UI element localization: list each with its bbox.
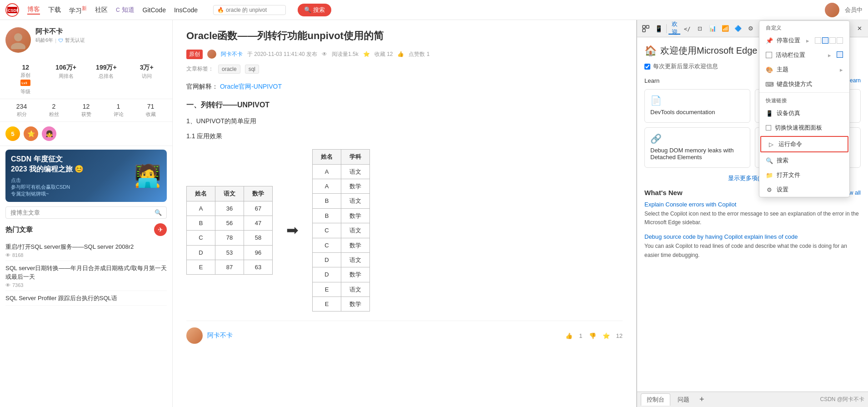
thumbdown-icon[interactable]: 👎 (589, 332, 596, 339)
list-item[interactable]: 重启/打开SQL server服务——SQL server 2008r2 👁81… (5, 240, 167, 261)
article-like-count: 点赞数 1 (409, 50, 429, 58)
svg-text:CSDN: CSDN (8, 8, 17, 13)
table-cell: 63 (244, 260, 273, 275)
list-item[interactable]: SQL Server Profiler 跟踪后台执行的SQL语 (5, 291, 167, 306)
dt-tab-issues[interactable]: 问题 (672, 394, 695, 406)
pin-icon: 📌 (766, 37, 773, 44)
nav-search-box: 🔥 (213, 5, 286, 15)
nav-download[interactable]: 下载 (48, 6, 61, 14)
table-cell: 58 (244, 231, 273, 245)
article-author-name[interactable]: 阿卡不卡 (221, 50, 243, 58)
search-ctx-icon: 🔍 (766, 157, 773, 164)
card-docs[interactable]: 📄 DevTools documentation (644, 89, 750, 123)
content-area: Oracle函数——列转行功能unpivot使用的简 原创 阿卡不卡 于 202… (173, 20, 636, 407)
source-table: 姓名 语文 数学 A3667B5647C7858D5396E8763 (186, 186, 273, 275)
table2-col-subject: 学科 (341, 150, 370, 164)
keyboard-icon: ⌨ (766, 80, 773, 88)
ctx-item-settings[interactable]: ⚙ 设置 (759, 182, 849, 197)
banner-title: CSDN 年度征文2023 我的编程之旅 😊 (11, 154, 134, 175)
dt-tab-console[interactable]: 控制台 (641, 393, 670, 406)
settings-ctx-icon: ⚙ (766, 186, 773, 193)
nav-learn[interactable]: 学习新 (69, 5, 87, 15)
search-article-box[interactable]: 🔍 (5, 206, 167, 219)
dt-device-icon[interactable]: 📱 (653, 23, 664, 35)
article-title: Oracle函数——列转行功能unpivot使用的简 (186, 29, 623, 43)
tag-oracle[interactable]: oracle (218, 65, 240, 74)
nav-inscode[interactable]: InsCode (174, 6, 198, 14)
brand-logo[interactable]: CSDN (5, 3, 19, 17)
author-footer-bar: 阿卡不卡 👍1 👎 ⭐12 (186, 321, 623, 344)
ctx-item-shortcuts[interactable]: ⌨ 键盘快捷方式 (759, 77, 849, 91)
ctx-customize-label: 自定义 (759, 21, 849, 33)
table-cell: 78 (215, 231, 244, 245)
ctx-item-activity-bar[interactable]: 活动栏位置 ▸ (759, 48, 849, 62)
dt-tab-welcome[interactable]: 欢迎 (668, 23, 680, 35)
nav-avatar[interactable] (825, 3, 839, 17)
search-article-icon[interactable]: 🔍 (155, 209, 162, 216)
nav-search-button[interactable]: 🔍 搜索 (298, 4, 331, 16)
search-article-input[interactable] (10, 209, 155, 216)
author-footer-name[interactable]: 阿卡不卡 (207, 332, 233, 340)
ctx-item-theme[interactable]: 🎨 主题 ▸ (759, 62, 849, 77)
ctx-shortcuts-label: 键盘快捷方式 (777, 80, 812, 88)
article-like-icon: 👍 (397, 51, 404, 57)
table-cell: D (187, 245, 215, 260)
ctx-item-search[interactable]: 🔍 搜索 (759, 153, 849, 168)
author-actions: 👍1 👎 ⭐12 (565, 332, 623, 339)
quickview-icon (766, 125, 771, 131)
ctx-quicklinks-label: 快速链接 (759, 94, 849, 106)
table-cell: C (187, 231, 215, 245)
dt-console-icon[interactable]: ⊡ (694, 23, 706, 35)
ctx-item-open-file[interactable]: 📁 打开文件 (759, 168, 849, 182)
ctx-search-label: 搜索 (777, 156, 788, 165)
ctx-theme-label: 主题 (777, 65, 788, 74)
original-badge: 原创 (186, 50, 203, 59)
result-table: 姓名 学科 A语文A数学B语文B数学C语文C数学D语文D数学E语文E数学 (312, 149, 370, 312)
ctx-activity-arrow: ▸ (828, 52, 831, 59)
stat-likes: 12 获赞 (70, 103, 102, 118)
dt-sep1 (666, 24, 667, 33)
ctx-item-quickview[interactable]: 切换快速视图面板 (759, 121, 849, 135)
context-menu[interactable]: 自定义 📌 停靠位置 ▸ 活动栏位置 ▸ 🎨 主题 ▸ ⌨ 键盘快捷方式 快速链… (759, 20, 850, 197)
ctx-quickview-label: 切换快速视图面板 (775, 124, 822, 132)
nav-gitcode[interactable]: GitCode (143, 6, 166, 14)
ctx-item-device[interactable]: 📱 设备仿真 (759, 106, 849, 121)
news-link-2[interactable]: Debug source code by having Copilot expl… (644, 233, 861, 240)
nav-community[interactable]: 社区 (95, 6, 108, 14)
section-title-1: 一、列转行——UNPIVOT (186, 99, 623, 112)
whats-new-label: What's New (644, 189, 683, 196)
sidebar-banner[interactable]: CSDN 年度征文2023 我的编程之旅 😊 点击参与即可有机会赢取CSDN专属… (5, 150, 167, 202)
dt-perf-icon[interactable]: 📶 (719, 23, 731, 35)
list-item[interactable]: SQL server日期转换——年月日合并成日期格式/取每月第一天或最后一天 👁… (5, 261, 167, 291)
show-welcome-checkbox[interactable] (644, 64, 650, 70)
stat-visits: 3万+ 访问 (126, 64, 167, 80)
dt-memory-icon[interactable]: 🔷 (732, 23, 744, 35)
nav-search-input[interactable] (226, 7, 280, 13)
dt-close-icon[interactable]: ✕ (853, 23, 865, 35)
dt-network-icon[interactable]: 📊 (707, 23, 718, 35)
profile-avatar (5, 27, 31, 53)
ctx-item-dock-position[interactable]: 📌 停靠位置 ▸ (759, 33, 849, 48)
card-debug-dom[interactable]: 🔗 Debug DOM memory leaks with Detached E… (644, 127, 750, 168)
main-layout: 阿卡不卡 码龄6年 | 🛡 暂无认证 12 原创 106万+ 周排名 199万+ (0, 20, 868, 407)
news-link-1[interactable]: Explain Console errors with Copilot (644, 201, 861, 208)
table-cell: D (313, 252, 341, 267)
article-star-icon: ⭐ (363, 51, 370, 57)
table-cell: E (187, 260, 215, 275)
dt-app-icon[interactable]: ⚙ (745, 23, 757, 35)
table-cell: 36 (215, 201, 244, 216)
ctx-item-run-command[interactable]: ▷ 运行命令 (760, 136, 848, 152)
nav-zhidao[interactable]: C 知道 (116, 6, 135, 14)
dt-tab-add[interactable]: + (697, 395, 707, 404)
stat-level: Lv3 等级 (5, 80, 46, 95)
table-cell: 语文 (341, 164, 370, 179)
table-cell: 47 (244, 216, 273, 230)
nav-blog[interactable]: 博客 (27, 5, 40, 15)
device-icon: 📱 (766, 110, 773, 117)
dt-inspect-icon[interactable] (640, 23, 652, 35)
run-icon: ▷ (768, 141, 775, 148)
dt-elements-icon[interactable]: </> (681, 23, 693, 35)
tag-sql[interactable]: sql (245, 65, 259, 74)
nav-member[interactable]: 会员中 (845, 6, 863, 14)
official-link[interactable]: Oracle官网-UNPIVOT (220, 83, 282, 90)
